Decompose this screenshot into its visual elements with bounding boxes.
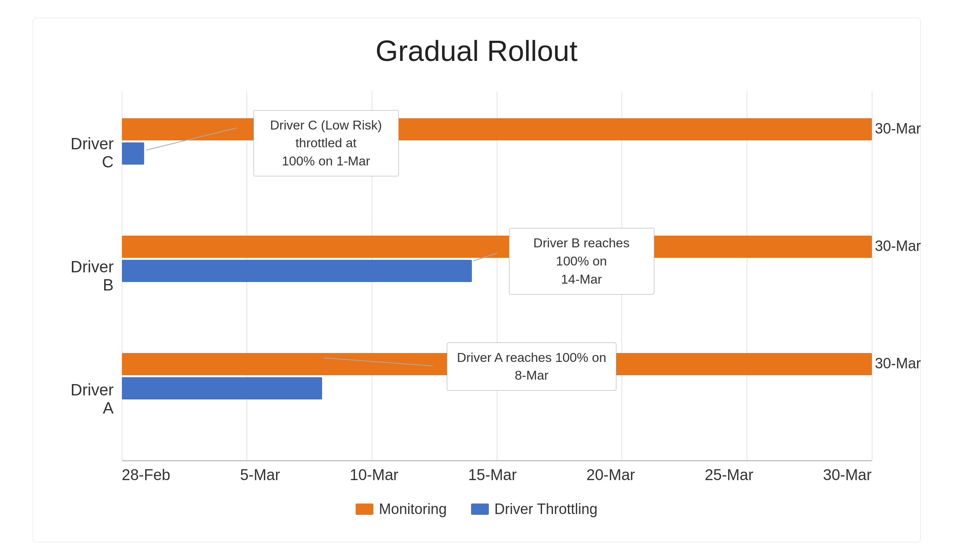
legend: Monitoring Driver Throttling bbox=[356, 501, 598, 518]
x-label-5mar: 5-Mar bbox=[240, 466, 280, 493]
x-label-28feb: 28-Feb bbox=[122, 466, 170, 493]
bar-group-driver-a bbox=[122, 353, 872, 434]
x-label-30mar: 30-Mar bbox=[823, 466, 871, 493]
x-axis: 28-Feb 5-Mar 10-Mar 15-Mar 20-Mar 25-Mar… bbox=[122, 460, 872, 493]
legend-label-throttling: Driver Throttling bbox=[494, 501, 597, 518]
legend-item-throttling: Driver Throttling bbox=[471, 501, 597, 518]
legend-swatch-monitoring bbox=[356, 504, 373, 515]
bars-area bbox=[122, 92, 872, 460]
chart-container: Gradual Rollout Driver C Driver B Driver… bbox=[33, 18, 921, 542]
chart-plot: 30-Mar 30-Mar 30-Mar Driver C (Low Risk)… bbox=[122, 92, 896, 493]
y-label-driver-a: Driver A bbox=[57, 359, 122, 439]
bar-driver-a-throttling bbox=[122, 377, 322, 399]
legend-item-monitoring: Monitoring bbox=[356, 501, 447, 518]
x-label-20mar: 20-Mar bbox=[586, 466, 635, 493]
bar-driver-b-monitoring bbox=[122, 236, 872, 258]
right-label-c-group: 30-Mar bbox=[872, 118, 896, 199]
bar-driver-c-monitoring bbox=[122, 118, 872, 140]
chart-body: Driver C Driver B Driver A bbox=[57, 92, 896, 493]
right-labels: 30-Mar 30-Mar 30-Mar bbox=[872, 92, 896, 460]
right-label-c: 30-Mar bbox=[872, 120, 921, 137]
grid-and-bars: 30-Mar 30-Mar 30-Mar Driver C (Low Risk)… bbox=[122, 92, 896, 460]
y-axis-labels: Driver C Driver B Driver A bbox=[57, 92, 122, 493]
right-label-a: 30-Mar bbox=[872, 355, 921, 372]
right-label-b: 30-Mar bbox=[872, 238, 921, 255]
bar-group-driver-c bbox=[122, 118, 872, 199]
x-label-10mar: 10-Mar bbox=[350, 466, 398, 493]
right-label-b-group: 30-Mar bbox=[872, 236, 896, 316]
x-label-25mar: 25-Mar bbox=[705, 466, 753, 493]
legend-swatch-throttling bbox=[471, 504, 489, 515]
x-labels: 28-Feb 5-Mar 10-Mar 15-Mar 20-Mar 25-Mar… bbox=[122, 460, 872, 493]
bar-driver-a-monitoring bbox=[122, 353, 872, 375]
bar-group-driver-b bbox=[122, 236, 872, 316]
x-axis-line bbox=[122, 460, 872, 461]
right-label-a-group: 30-Mar bbox=[872, 353, 896, 434]
y-label-driver-b: Driver B bbox=[57, 236, 122, 316]
x-label-15mar: 15-Mar bbox=[468, 466, 517, 493]
chart-title: Gradual Rollout bbox=[375, 34, 577, 67]
legend-label-monitoring: Monitoring bbox=[379, 501, 447, 518]
y-label-driver-c: Driver C bbox=[57, 113, 122, 193]
bar-driver-b-throttling bbox=[122, 260, 472, 282]
bar-driver-c-throttling bbox=[122, 142, 145, 165]
